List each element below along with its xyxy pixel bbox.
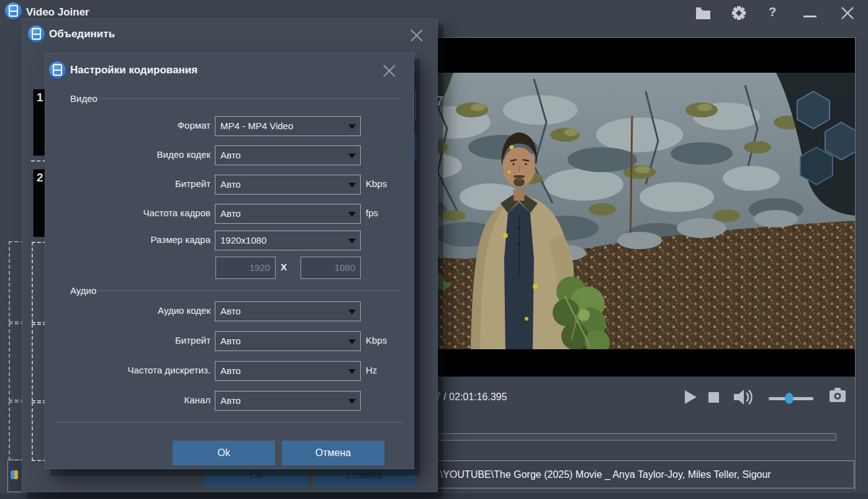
close-icon[interactable] bbox=[839, 5, 856, 21]
video-bitrate-label: Битрейт bbox=[70, 178, 210, 189]
framesize-label: Размер кадра bbox=[70, 234, 210, 245]
samplerate-label: Частота дискретиз. bbox=[70, 365, 210, 375]
stop-icon[interactable] bbox=[708, 392, 719, 403]
toolbar-button-icon bbox=[11, 470, 18, 479]
settings-dialog-title: Настройки кодирования bbox=[70, 64, 197, 76]
chevron-down-icon bbox=[348, 339, 356, 344]
channel-value: Авто bbox=[220, 395, 241, 406]
video-codec-label: Видео кодек bbox=[70, 149, 210, 160]
format-label: Формат bbox=[70, 120, 210, 130]
framerate-value: Авто bbox=[220, 208, 241, 219]
chevron-down-icon bbox=[348, 239, 356, 244]
settings-dialog-icon bbox=[49, 62, 66, 78]
right-gutter bbox=[856, 36, 868, 499]
seek-bar[interactable] bbox=[407, 433, 836, 441]
clip-number: 2 bbox=[37, 171, 43, 185]
video-group-label: Видео bbox=[70, 93, 97, 104]
chevron-down-icon bbox=[348, 124, 356, 129]
minimize-icon[interactable] bbox=[803, 16, 816, 17]
file-path-text: \YOUTUBE\The Gorge (2025) Movie _ Anya T… bbox=[440, 469, 771, 480]
chevron-down-icon bbox=[348, 212, 356, 217]
chevron-down-icon bbox=[348, 309, 356, 314]
times-label: X bbox=[281, 262, 287, 272]
samplerate-combobox[interactable]: Авто bbox=[215, 361, 361, 381]
audio-group-label: Аудио bbox=[70, 285, 96, 296]
clip-number: 1 bbox=[37, 91, 43, 104]
playback-time: 7 / 02:01:16.395 bbox=[435, 391, 507, 403]
footer-divider bbox=[54, 422, 403, 423]
settings-cancel-button[interactable]: Отмена bbox=[282, 441, 384, 465]
video-codec-combobox[interactable]: Авто bbox=[215, 145, 361, 165]
settings-gear-icon[interactable] bbox=[731, 6, 746, 21]
audio-bitrate-combobox[interactable]: Авто bbox=[215, 331, 361, 351]
channel-combobox[interactable]: Авто bbox=[215, 391, 361, 411]
audio-bitrate-value: Авто bbox=[220, 336, 241, 346]
merge-dialog-icon bbox=[28, 25, 45, 42]
play-icon[interactable] bbox=[685, 390, 697, 404]
video-bitrate-unit: Kbps bbox=[366, 178, 387, 189]
framerate-label: Частота кадров bbox=[70, 208, 210, 218]
merge-dialog-title: Объединить bbox=[49, 28, 115, 40]
snapshot-camera-icon[interactable] bbox=[830, 388, 847, 403]
audio-group-line bbox=[97, 290, 399, 291]
chevron-down-icon bbox=[348, 183, 356, 188]
frame-width-input[interactable]: 1920 bbox=[215, 257, 276, 279]
framesize-combobox[interactable]: 1920x1080 bbox=[215, 231, 361, 250]
audio-codec-label: Аудио кодек bbox=[70, 305, 210, 316]
volume-slider-thumb[interactable] bbox=[785, 393, 793, 404]
video-group-line bbox=[99, 98, 399, 99]
settings-dialog-close-icon[interactable] bbox=[381, 62, 398, 80]
framerate-combobox[interactable]: Авто bbox=[215, 204, 361, 224]
format-value: MP4 - MP4 Video bbox=[220, 121, 293, 131]
video-bitrate-combobox[interactable]: Авто bbox=[215, 175, 361, 195]
chevron-down-icon bbox=[348, 153, 356, 158]
encoding-settings-dialog: Настройки кодирования Видео Формат MP4 -… bbox=[45, 53, 414, 469]
open-folder-icon[interactable] bbox=[695, 7, 711, 20]
help-icon[interactable]: ? bbox=[769, 5, 776, 19]
samplerate-value: Авто bbox=[220, 365, 241, 376]
samplerate-unit: Hz bbox=[366, 365, 377, 375]
video-frame bbox=[379, 73, 855, 349]
audio-bitrate-label: Битрейт bbox=[70, 335, 210, 346]
chevron-down-icon bbox=[348, 399, 356, 404]
audio-bitrate-unit: Kbps bbox=[366, 335, 387, 346]
audio-codec-value: Авто bbox=[220, 306, 241, 316]
video-codec-value: Авто bbox=[220, 150, 241, 160]
app-logo-icon bbox=[5, 2, 22, 19]
channel-label: Канал bbox=[70, 395, 210, 405]
frame-height-input[interactable]: 1080 bbox=[301, 257, 361, 279]
window-bottom-edge bbox=[0, 493, 868, 499]
chevron-down-icon bbox=[348, 369, 356, 374]
background-toolbar-button bbox=[7, 460, 22, 492]
format-combobox[interactable]: MP4 - MP4 Video bbox=[215, 116, 361, 136]
file-path-field[interactable]: \YOUTUBE\The Gorge (2025) Movie _ Anya T… bbox=[404, 460, 854, 488]
framerate-unit: fps bbox=[366, 208, 378, 218]
merge-dialog-close-icon[interactable] bbox=[408, 27, 425, 44]
audio-codec-combobox[interactable]: Авто bbox=[215, 301, 361, 321]
settings-ok-button[interactable]: Ok bbox=[173, 441, 275, 465]
speaker-icon[interactable] bbox=[734, 388, 756, 406]
window-title: Video Joiner bbox=[26, 6, 89, 19]
video-bitrate-value: Авто bbox=[220, 179, 241, 190]
framesize-value: 1920x1080 bbox=[220, 235, 266, 245]
